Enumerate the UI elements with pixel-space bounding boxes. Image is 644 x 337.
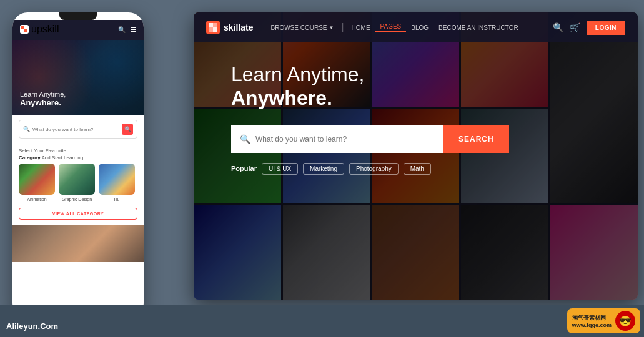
mobile-logo-text: upskill: [31, 24, 59, 35]
mobile-cat-thumb-illu: [99, 164, 135, 195]
mobile-header-icons: 🔍 ☰: [118, 26, 136, 33]
popular-tag-photography[interactable]: Photography: [349, 163, 399, 175]
desktop-cart-icon[interactable]: 🛒: [570, 22, 580, 32]
desktop-hero-content: Learn Anytime, Anywhere. 🔍 SEARCH Popula…: [231, 62, 509, 175]
popular-tag-ui-ux[interactable]: UI & UX: [262, 163, 298, 175]
desktop-search-box-icon: 🔍: [240, 134, 250, 144]
popular-label: Popular: [231, 165, 257, 172]
svg-rect-4: [213, 23, 217, 27]
nav-pages[interactable]: PAGES: [375, 23, 407, 32]
mobile-categories: Animation Graphic Design Illu: [12, 164, 144, 202]
svg-rect-0: [21, 26, 24, 29]
mobile-cat-label-graphic-design: Graphic Design: [62, 197, 92, 202]
svg-rect-2: [209, 23, 213, 27]
mobile-logo-icon: [20, 25, 29, 34]
mobile-bottom-preview: [12, 225, 144, 262]
nav-home[interactable]: HOME: [347, 24, 375, 31]
watermark-right-line1: 淘气哥素材网: [572, 314, 612, 322]
svg-rect-3: [213, 27, 217, 32]
mobile-cat-label-animation: Animation: [27, 197, 46, 202]
mobile-category-item-illu[interactable]: Illu: [99, 164, 135, 202]
nav-browse-course[interactable]: BROWSE COURSE ▼: [265, 24, 339, 31]
desktop-search-icon[interactable]: 🔍: [553, 22, 563, 32]
popular-tag-marketing[interactable]: Marketing: [303, 163, 344, 175]
mobile-logo: upskill: [20, 24, 59, 35]
desktop-hero-line2: Anywhere.: [231, 86, 509, 110]
mobile-view-all-button[interactable]: VIEW ALL CATEGORY: [19, 208, 137, 220]
mobile-cat-label-illu: Illu: [114, 197, 120, 202]
mobile-header: upskill 🔍 ☰: [12, 20, 144, 40]
desktop-search-box: 🔍: [231, 125, 443, 153]
chevron-down-icon: ▼: [329, 25, 334, 31]
svg-rect-5: [209, 27, 213, 32]
desktop-logo-icon: [206, 21, 220, 34]
mobile-category-item-animation[interactable]: Animation: [19, 164, 55, 202]
mobile-category-title: Select Your Favourite Category And Start…: [12, 144, 144, 164]
svg-rect-1: [24, 29, 27, 32]
mobile-cat-thumb-graphic-design: [59, 164, 95, 195]
watermark-right: 淘气哥素材网 www.tqge.com 😎: [567, 308, 640, 333]
mobile-search-icon: 🔍: [23, 126, 30, 132]
bottom-bar: Alileyun.Com 淘气哥素材网 www.tqge.com 😎: [0, 305, 644, 337]
mobile-search-input[interactable]: [32, 127, 119, 132]
mobile-search-button[interactable]: 🔍: [122, 124, 133, 135]
menu-icon[interactable]: ☰: [131, 26, 136, 33]
desktop-search-button[interactable]: SEARCH: [443, 125, 509, 153]
mobile-hero-line1: Learn Anytime,: [20, 90, 66, 98]
mobile-hero: Learn Anytime, Anywhere.: [12, 40, 144, 115]
desktop-navbar: skillate BROWSE COURSE ▼ | HOME PAGES BL…: [194, 12, 638, 42]
mobile-cat-thumb-animation: [19, 164, 55, 195]
watermark-avatar: 😎: [615, 311, 635, 331]
desktop-nav-right: 🔍 🛒 LOGIN: [553, 21, 625, 35]
popular-tag-math[interactable]: Math: [404, 163, 431, 175]
nav-separator: |: [339, 22, 346, 33]
desktop-logo-text: skillate: [224, 22, 253, 32]
desktop-search-row: 🔍 SEARCH: [231, 125, 509, 153]
mobile-notch: [59, 12, 97, 20]
desktop-mockup: skillate BROWSE COURSE ▼ | HOME PAGES BL…: [194, 12, 638, 300]
nav-blog[interactable]: BLOG: [406, 24, 433, 31]
mobile-search-bar: 🔍 🔍: [19, 120, 137, 139]
mobile-mockup: upskill 🔍 ☰ Learn Anytime, Anywhere. 🔍 🔍…: [12, 12, 144, 318]
desktop-logo: skillate: [206, 21, 253, 34]
desktop-hero-title: Learn Anytime, Anywhere.: [231, 62, 509, 110]
watermark-right-line2: www.tqge.com: [572, 322, 612, 328]
watermark-left: Alileyun.Com: [6, 321, 58, 331]
search-icon[interactable]: 🔍: [118, 26, 126, 33]
mobile-hero-line2: Anywhere.: [20, 98, 66, 107]
desktop-login-button[interactable]: LOGIN: [587, 21, 625, 35]
nav-become-instructor[interactable]: BECOME AN INSTRUCTOR: [433, 24, 523, 31]
mobile-category-item-graphic-design[interactable]: Graphic Design: [59, 164, 95, 202]
desktop-popular-row: Popular UI & UX Marketing Photography Ma…: [231, 163, 509, 175]
desktop-search-input[interactable]: [255, 135, 435, 144]
desktop-hero-line1: Learn Anytime,: [231, 62, 509, 86]
mobile-hero-text: Learn Anytime, Anywhere.: [20, 90, 66, 107]
